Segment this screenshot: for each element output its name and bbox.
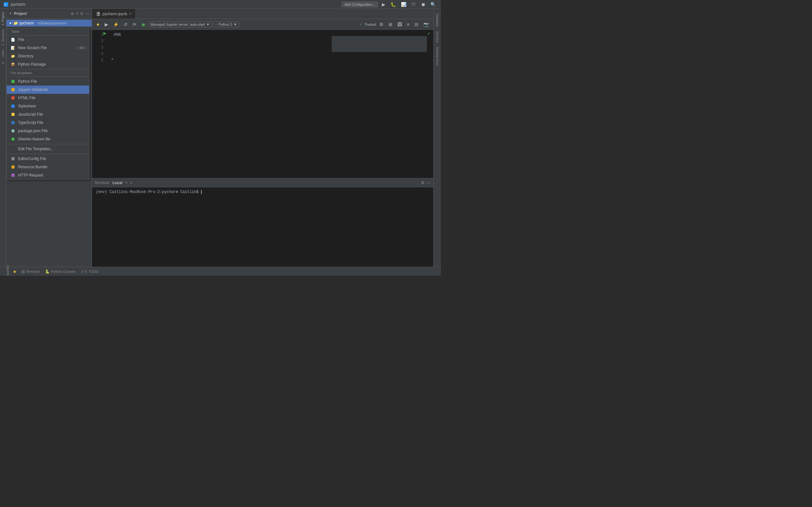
- menu-item-edit-templates[interactable]: Edit File Templates...: [7, 145, 89, 153]
- add-configuration-button[interactable]: Add Configuration...: [342, 2, 378, 7]
- project-root-path: ~/Desktop/pycharm: [37, 21, 67, 25]
- menu-item-scratch[interactable]: 📝 New Scratch File ⇧⌘N: [7, 44, 89, 52]
- left-strip: 1: Project 2: Structure Learn ●: [0, 9, 6, 267]
- terminal-local-tab[interactable]: Local: [113, 181, 122, 185]
- menu-item-editorconfig-label: EditorConfig File: [18, 157, 46, 161]
- menu-item-python-file-label: Python File: [18, 79, 37, 83]
- favorites-label[interactable]: 2: Favorites: [1, 264, 11, 276]
- todo-tool-button[interactable]: ≡ 6: TODO: [79, 269, 101, 274]
- main-layout: 1: Project 2: Structure Learn ● ▼ Projec…: [0, 9, 441, 267]
- kernel-dropdown[interactable]: ○ Python 3 ▼: [213, 21, 239, 27]
- terminal-minimize-icon[interactable]: —: [426, 180, 431, 185]
- kernel-label: Python 3: [218, 22, 232, 26]
- menu-item-resource-bundle[interactable]: Resource Bundle: [7, 163, 89, 171]
- terminal-cursor: [201, 190, 204, 194]
- terminal-settings-icon[interactable]: ⚙: [421, 180, 425, 185]
- menu-item-file-label: File: [18, 38, 24, 42]
- run-button[interactable]: ▶: [380, 1, 387, 8]
- root-expand-icon: ▼: [9, 21, 12, 25]
- title-bar-right: Add Configuration... ▶ 🐛 📊 🛡 ⏹ 🔍: [342, 1, 437, 8]
- nb-view-icon[interactable]: ⊞: [387, 21, 394, 27]
- menu-item-stylesheet[interactable]: Stylesheet: [7, 102, 89, 110]
- sidebar-database[interactable]: Database: [435, 11, 440, 29]
- restart-button[interactable]: ↺: [122, 21, 130, 27]
- menu-item-resource-bundle-label: Resource Bundle: [18, 165, 47, 169]
- menu-item-directory[interactable]: 📁 Directory: [7, 52, 89, 60]
- tab-icon: 📓: [96, 12, 101, 16]
- python-console-tool-button[interactable]: 🐍 Python Console: [43, 269, 78, 274]
- add-cell-button[interactable]: +: [92, 55, 433, 63]
- nb-toolbar-right: ⚙ ⊞ 🖼 ≡ ⊟ 📷: [377, 21, 431, 27]
- tab-close-button[interactable]: ✕: [129, 12, 132, 15]
- menu-item-python-package-label: Python Package: [18, 62, 46, 66]
- menu-item-python-file[interactable]: Python File: [7, 77, 89, 86]
- sidebar-item-project[interactable]: 1: Project: [1, 10, 5, 27]
- terminal-tab-close[interactable]: ✕: [125, 181, 128, 184]
- sidebar-remote-host[interactable]: Remote Host: [435, 45, 440, 67]
- server-dropdown[interactable]: Managed Jupyter server: auto-start ▼: [148, 21, 212, 27]
- stop-button[interactable]: ⏹: [420, 1, 426, 8]
- trusted-label: Trusted: [364, 22, 376, 26]
- nb-list-icon[interactable]: ≡: [405, 21, 411, 27]
- sidebar-item-plugins[interactable]: ●: [1, 60, 5, 67]
- menu-item-http-request-label: HTTP Request: [18, 173, 43, 177]
- scratch-shortcut: ⇧⌘N: [77, 46, 85, 50]
- project-expand-icon[interactable]: ▼: [9, 12, 12, 15]
- app-title: pycharm: [11, 2, 26, 7]
- js-icon: [10, 112, 15, 117]
- run-cell-button[interactable]: ▶: [103, 21, 110, 27]
- menu-item-http-request[interactable]: HTTP Request: [7, 171, 89, 179]
- terminal-tool-button[interactable]: ▤ Terminal: [19, 269, 42, 274]
- root-folder-icon: 📁: [13, 21, 18, 25]
- project-root-row[interactable]: ▼ 📁 pycharm ~/Desktop/pycharm: [6, 20, 92, 26]
- menu-item-javascript-label: JavaScript File: [18, 112, 43, 117]
- run-all-button[interactable]: ⚡: [111, 21, 120, 27]
- right-sidebar-strip: Database SciView Remote Host: [433, 9, 441, 267]
- menu-item-jupyter-notebook[interactable]: Jupyter Notebook: [7, 86, 89, 94]
- sidebar-item-learn[interactable]: Learn: [1, 48, 5, 60]
- cell-run-button[interactable]: ▶: [103, 31, 106, 36]
- coverage-button[interactable]: 🛡: [410, 1, 417, 8]
- menu-separator-3: [7, 144, 89, 144]
- debug-button[interactable]: 🐛: [389, 1, 397, 8]
- search-everywhere-icon[interactable]: 🔍: [429, 1, 437, 8]
- locate-icon[interactable]: ⊕: [71, 11, 74, 16]
- menu-item-python-package[interactable]: 📦 Python Package: [7, 60, 89, 68]
- nb-grid-icon[interactable]: ⊟: [413, 21, 420, 27]
- nb-settings-icon[interactable]: ⚙: [377, 21, 386, 27]
- settings-icon[interactable]: ⚙: [80, 11, 84, 16]
- interrupt-button[interactable]: ⟳: [131, 21, 138, 27]
- resource-bundle-icon: [10, 164, 15, 170]
- menu-item-html-label: HTML File: [18, 96, 36, 100]
- sidebar-item-structure[interactable]: 2: Structure: [1, 27, 5, 48]
- menu-item-javascript[interactable]: JavaScript File: [7, 110, 89, 118]
- nb-image-icon[interactable]: 🖼: [396, 21, 404, 27]
- python-console-label: Python Console: [51, 270, 76, 274]
- tab-bar: 📓 pycharm.ipynb ✕: [92, 9, 433, 19]
- nb-camera-icon[interactable]: 📷: [421, 21, 431, 27]
- attach-kernel-button[interactable]: ◉: [140, 21, 147, 27]
- minimize-icon[interactable]: —: [85, 11, 89, 16]
- trusted-section: ✓ Trusted: [360, 22, 376, 26]
- project-title[interactable]: Project: [14, 11, 27, 16]
- menu-item-typescript[interactable]: TypeScript File: [7, 118, 89, 127]
- notebook-editor: 1 2 3 4 5 ▶ #%% ✓ +: [92, 30, 433, 178]
- file-templates-label: File templates: [7, 70, 89, 76]
- python-file-icon: [10, 79, 15, 84]
- sidebar-sciview[interactable]: SciView: [435, 30, 440, 44]
- collapse-icon[interactable]: ≡: [76, 11, 78, 16]
- new-terminal-button[interactable]: +: [130, 180, 133, 185]
- menu-item-packagejson[interactable]: package.json File: [7, 127, 89, 135]
- editor-tab[interactable]: 📓 pycharm.ipynb ✕: [92, 9, 136, 19]
- terminal-content[interactable]: (env) Caitlins-MacBook-Pro-2:pycharm Cai…: [92, 187, 433, 267]
- menu-item-file[interactable]: 📄 File: [7, 36, 89, 44]
- menu-item-editorconfig[interactable]: EditorConfig File: [7, 155, 89, 163]
- profile-button[interactable]: 📊: [400, 1, 408, 8]
- kernel-circle: ○: [215, 22, 217, 26]
- editorconfig-icon: [10, 156, 15, 161]
- notebook-toolbar: ● ▶ ⚡ ↺ ⟳ ◉ Managed Jupyter server: auto…: [92, 19, 433, 30]
- menu-item-html[interactable]: HTML File: [7, 94, 89, 102]
- favorites-star[interactable]: ★: [11, 268, 18, 275]
- menu-item-scratch-label: New Scratch File: [18, 46, 47, 50]
- menu-item-gherkin[interactable]: Gherkin feature file: [7, 135, 89, 143]
